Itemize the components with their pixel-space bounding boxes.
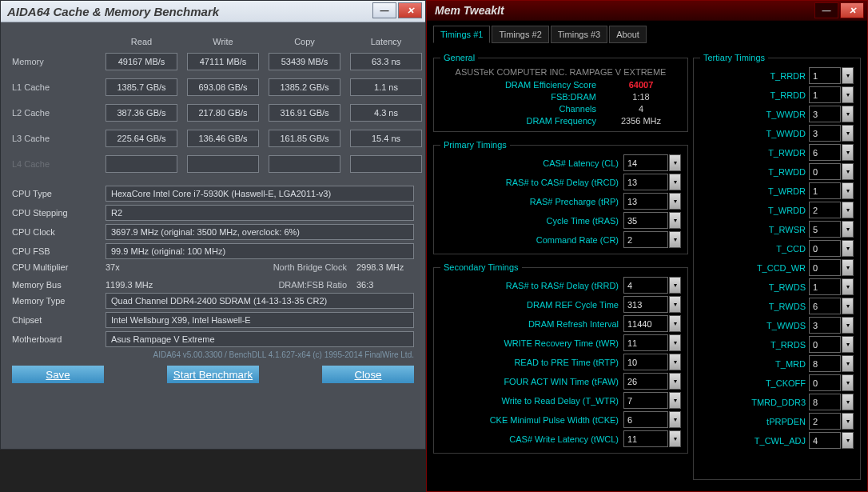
chevron-down-icon[interactable]: ▾ xyxy=(842,374,854,391)
timing-spinner[interactable]: ▾ xyxy=(623,231,681,248)
timing-spinner[interactable]: ▾ xyxy=(623,354,681,370)
minimize-button[interactable]: — xyxy=(372,2,396,18)
chevron-down-icon[interactable]: ▾ xyxy=(842,182,854,199)
cell-l2-lat[interactable]: 4.3 ns xyxy=(350,104,422,122)
chevron-down-icon[interactable]: ▾ xyxy=(842,394,854,410)
cell-l1-read[interactable]: 1385.7 GB/s xyxy=(106,78,177,96)
tab-timings-1[interactable]: Timings #1 xyxy=(433,26,490,43)
chevron-down-icon[interactable]: ▾ xyxy=(842,67,854,84)
timing-input[interactable] xyxy=(623,334,668,351)
minimize-button[interactable]: — xyxy=(814,2,838,18)
chevron-down-icon[interactable]: ▾ xyxy=(842,221,854,238)
timing-input[interactable] xyxy=(623,296,668,313)
timing-input[interactable] xyxy=(623,430,668,447)
timing-input[interactable] xyxy=(809,317,841,334)
chevron-down-icon[interactable]: ▾ xyxy=(842,106,854,122)
timing-spinner[interactable]: ▾ xyxy=(809,182,854,199)
timing-spinner[interactable]: ▾ xyxy=(623,315,681,332)
cell-l3-write[interactable]: 136.46 GB/s xyxy=(187,130,259,147)
timing-spinner[interactable]: ▾ xyxy=(623,411,681,428)
timing-spinner[interactable]: ▾ xyxy=(809,86,854,103)
cell-memory-write[interactable]: 47111 MB/s xyxy=(187,53,259,70)
chevron-down-icon[interactable]: ▾ xyxy=(669,154,681,171)
timing-spinner[interactable]: ▾ xyxy=(809,394,854,410)
cell-l2-copy[interactable]: 316.91 GB/s xyxy=(269,104,340,122)
chevron-down-icon[interactable]: ▾ xyxy=(669,354,681,370)
timing-spinner[interactable]: ▾ xyxy=(809,317,854,334)
cell-l2-read[interactable]: 387.36 GB/s xyxy=(106,104,177,122)
cell-memory-lat[interactable]: 63.3 ns xyxy=(350,53,422,70)
timing-spinner[interactable]: ▾ xyxy=(623,334,681,351)
chevron-down-icon[interactable]: ▾ xyxy=(669,334,681,351)
timing-input[interactable] xyxy=(809,163,841,180)
chevron-down-icon[interactable]: ▾ xyxy=(669,212,681,229)
timing-spinner[interactable]: ▾ xyxy=(809,163,854,180)
start-benchmark-button[interactable]: Start Benchmark xyxy=(167,366,259,383)
timing-input[interactable] xyxy=(623,212,668,229)
timing-input[interactable] xyxy=(809,432,841,449)
timing-input[interactable] xyxy=(623,411,668,428)
tab-timings-2[interactable]: Timings #2 xyxy=(492,26,548,43)
timing-input[interactable] xyxy=(809,298,841,314)
timing-input[interactable] xyxy=(809,221,841,238)
chevron-down-icon[interactable]: ▾ xyxy=(842,278,854,295)
chevron-down-icon[interactable]: ▾ xyxy=(842,317,854,334)
chevron-down-icon[interactable]: ▾ xyxy=(842,259,854,276)
cell-memory-read[interactable]: 49167 MB/s xyxy=(106,53,177,70)
timing-input[interactable] xyxy=(623,193,668,210)
timing-spinner[interactable]: ▾ xyxy=(809,202,854,218)
timing-spinner[interactable]: ▾ xyxy=(809,221,854,238)
timing-spinner[interactable]: ▾ xyxy=(623,154,681,171)
chevron-down-icon[interactable]: ▾ xyxy=(669,296,681,313)
chevron-down-icon[interactable]: ▾ xyxy=(669,373,681,390)
chevron-down-icon[interactable]: ▾ xyxy=(669,174,681,190)
chevron-down-icon[interactable]: ▾ xyxy=(842,355,854,372)
timing-spinner[interactable]: ▾ xyxy=(623,174,681,190)
timing-spinner[interactable]: ▾ xyxy=(623,296,681,313)
memtweakit-titlebar[interactable]: Mem TweakIt — ✕ xyxy=(427,1,867,21)
timing-spinner[interactable]: ▾ xyxy=(809,355,854,372)
cell-l1-copy[interactable]: 1385.2 GB/s xyxy=(269,78,340,96)
timing-spinner[interactable]: ▾ xyxy=(809,259,854,276)
chevron-down-icon[interactable]: ▾ xyxy=(669,392,681,409)
cell-l3-copy[interactable]: 161.85 GB/s xyxy=(269,130,340,147)
timing-spinner[interactable]: ▾ xyxy=(809,125,854,142)
timing-input[interactable] xyxy=(809,125,841,142)
cell-l1-write[interactable]: 693.08 GB/s xyxy=(187,78,259,96)
chevron-down-icon[interactable]: ▾ xyxy=(842,240,854,257)
timing-input[interactable] xyxy=(809,202,841,218)
timing-spinner[interactable]: ▾ xyxy=(623,193,681,210)
timing-spinner[interactable]: ▾ xyxy=(809,336,854,353)
cell-l3-lat[interactable]: 15.4 ns xyxy=(350,130,422,147)
timing-input[interactable] xyxy=(809,374,841,391)
chevron-down-icon[interactable]: ▾ xyxy=(842,413,854,430)
timing-spinner[interactable]: ▾ xyxy=(809,413,854,430)
cell-memory-copy[interactable]: 53439 MB/s xyxy=(269,53,340,70)
timing-input[interactable] xyxy=(809,413,841,430)
chevron-down-icon[interactable]: ▾ xyxy=(669,277,681,294)
chevron-down-icon[interactable]: ▾ xyxy=(669,411,681,428)
cell-l3-read[interactable]: 225.64 GB/s xyxy=(106,130,177,147)
chevron-down-icon[interactable]: ▾ xyxy=(842,336,854,353)
timing-input[interactable] xyxy=(623,354,668,370)
cell-l1-lat[interactable]: 1.1 ns xyxy=(350,78,422,96)
chevron-down-icon[interactable]: ▾ xyxy=(669,231,681,248)
timing-input[interactable] xyxy=(809,86,841,103)
chevron-down-icon[interactable]: ▾ xyxy=(842,432,854,449)
aida64-titlebar[interactable]: AIDA64 Cache & Memory Benchmark — ✕ xyxy=(1,1,425,22)
timing-spinner[interactable]: ▾ xyxy=(809,374,854,391)
timing-input[interactable] xyxy=(809,336,841,353)
timing-input[interactable] xyxy=(809,278,841,295)
timing-spinner[interactable]: ▾ xyxy=(623,277,681,294)
timing-input[interactable] xyxy=(623,174,668,190)
tab-timings-3[interactable]: Timings #3 xyxy=(551,26,607,43)
save-button[interactable]: Save xyxy=(12,366,104,383)
timing-input[interactable] xyxy=(809,182,841,199)
timing-input[interactable] xyxy=(809,394,841,410)
close-button[interactable]: ✕ xyxy=(840,2,864,18)
timing-spinner[interactable]: ▾ xyxy=(809,240,854,257)
chevron-down-icon[interactable]: ▾ xyxy=(842,144,854,161)
timing-input[interactable] xyxy=(809,144,841,161)
chevron-down-icon[interactable]: ▾ xyxy=(842,298,854,314)
timing-input[interactable] xyxy=(809,259,841,276)
